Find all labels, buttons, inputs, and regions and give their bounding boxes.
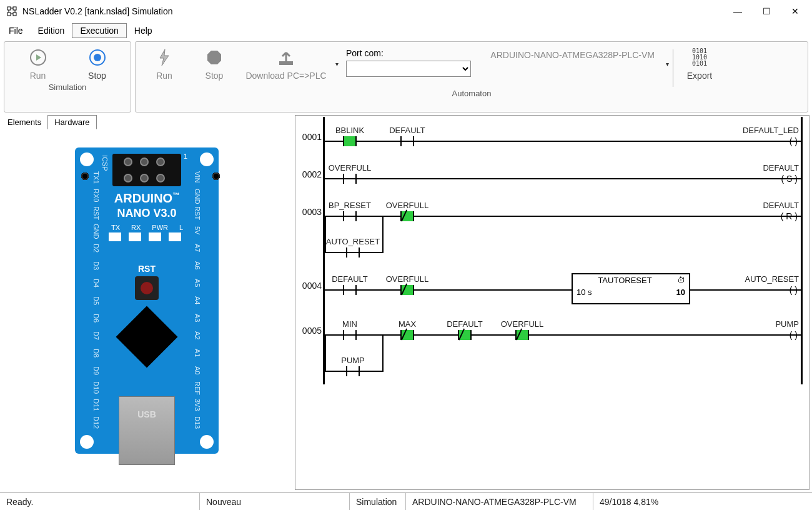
ladder-pane[interactable]: 0001 BBLINKDEFAULTDEFAULT_LED( )0002 OVE…: [295, 115, 810, 490]
octagon-icon: [205, 48, 224, 67]
auto-group-label: Automaton: [136, 87, 808, 101]
tab-elements[interactable]: Elements: [1, 116, 47, 129]
close-button[interactable]: ✕: [781, 0, 810, 22]
sim-stop-button[interactable]: Stop: [67, 46, 127, 81]
arduino-board: ICSP 1 ARDUINO™ NANO V3.0 TXRXPWRL RST: [75, 148, 219, 454]
menu-file[interactable]: File: [1, 24, 31, 38]
status-ready: Ready.: [0, 493, 200, 510]
svg-rect-3: [13, 12, 16, 16]
coil-default_led[interactable]: DEFAULT_LED( ): [730, 126, 799, 146]
coil-default[interactable]: DEFAULT( R ): [730, 201, 799, 221]
contact-bblink[interactable]: BBLINK: [325, 126, 375, 146]
contact-pump[interactable]: PUMP: [325, 356, 381, 376]
binary-icon: 010110100101: [690, 48, 709, 67]
coil-auto_reset[interactable]: AUTO_RESET( ): [730, 274, 799, 295]
port-select[interactable]: [346, 61, 471, 77]
svg-marker-9: [207, 51, 221, 64]
coil-pump[interactable]: PUMP( ): [730, 319, 799, 340]
rung-0002[interactable]: 0002 OVERFULLDEFAULT( S ): [297, 154, 808, 192]
contact-default[interactable]: DEFAULT: [440, 319, 490, 340]
status-mem: 49/1018 4,81%: [593, 493, 665, 510]
ribbon: Run Stop Simulation Run Stop Download PC…: [0, 39, 812, 114]
menu-help[interactable]: Help: [127, 24, 160, 38]
status-mode: Simulation: [350, 493, 406, 510]
svg-rect-1: [13, 7, 16, 10]
rung-number: 0003: [297, 207, 322, 217]
rung-number: 0002: [297, 169, 322, 179]
rung-number: 0004: [297, 281, 322, 291]
download-dropdown[interactable]: ▾: [333, 61, 341, 68]
contact-default[interactable]: DEFAULT: [382, 126, 432, 146]
app-icon: [6, 6, 17, 17]
contact-overfull[interactable]: OVERFULL: [325, 163, 375, 184]
contact-default[interactable]: DEFAULT: [325, 274, 375, 295]
doc-gear-icon: [485, 46, 487, 64]
maximize-button[interactable]: ☐: [752, 0, 781, 22]
minimize-button[interactable]: —: [723, 0, 752, 22]
status-bar: Ready. Nouveau Simulation ARDUINO-NANO-A…: [0, 492, 812, 510]
contact-max[interactable]: MAX: [382, 319, 432, 340]
auto-stop-button[interactable]: Stop: [189, 46, 239, 81]
usb-label: USB: [119, 396, 175, 465]
svg-point-7: [94, 54, 101, 61]
svg-marker-8: [160, 49, 169, 66]
svg-rect-2: [7, 12, 11, 16]
title-bar: NSLadder V0.2 [tank.nslad] Simulation — …: [0, 0, 812, 22]
contact-overfull[interactable]: OVERFULL: [497, 319, 547, 340]
svg-rect-0: [7, 7, 11, 10]
bolt-icon: [155, 48, 174, 67]
window-title: NSLadder V0.2 [tank.nslad] Simulation: [22, 6, 172, 16]
contact-bp_reset[interactable]: BP_RESET: [325, 201, 375, 221]
sim-group-label: Simulation: [4, 81, 131, 95]
svg-rect-10: [279, 61, 293, 65]
menu-bar: File Edition Execution Help: [0, 22, 812, 39]
status-hw: ARDUINO-NANO-ATMEGA328P-PLC-VM: [406, 493, 593, 510]
board-name: ARDUINO: [114, 191, 172, 205]
upload-icon: [277, 48, 295, 67]
auto-run-button[interactable]: Run: [139, 46, 189, 81]
rung-number: 0001: [297, 132, 322, 142]
status-file: Nouveau: [200, 493, 350, 510]
rung-number: 0005: [297, 326, 322, 336]
coil-default[interactable]: DEFAULT( S ): [730, 163, 799, 184]
menu-edition[interactable]: Edition: [31, 24, 72, 38]
rung-0003[interactable]: 0003 BP_RESETOVERFULLDEFAULT( R )AUTO_RE…: [297, 192, 808, 266]
download-button[interactable]: Download PC=>PLC: [239, 46, 333, 81]
contact-auto_reset[interactable]: AUTO_RESET: [325, 237, 381, 258]
rung-0005[interactable]: 0005 MINMAXDEFAULTOVERFULLPUMP( )PUMP: [297, 311, 808, 384]
board-sub: NANO V3.0: [117, 207, 176, 219]
timer-tautoreset[interactable]: TAUTORESET ⏱ 10 s10: [572, 273, 690, 304]
hw-dropdown[interactable]: ▾: [663, 61, 671, 68]
menu-execution[interactable]: Execution: [72, 23, 126, 38]
left-pane: Elements Hardware ICSP 1 ARDUIN: [0, 114, 294, 492]
play-icon: [29, 48, 47, 67]
rung-0001[interactable]: 0001 BBLINKDEFAULTDEFAULT_LED( ): [297, 117, 808, 154]
stop-icon: [88, 48, 107, 67]
contact-overfull[interactable]: OVERFULL: [382, 201, 432, 221]
hw-label: ARDUINO-NANO-ATMEGA328P-PLC-VM: [490, 50, 655, 60]
tab-hardware[interactable]: Hardware: [47, 115, 96, 129]
export-button[interactable]: 010110100101 Export: [675, 46, 725, 81]
contact-overfull[interactable]: OVERFULL: [382, 274, 432, 295]
contact-min[interactable]: MIN: [325, 319, 375, 340]
rung-0004[interactable]: 0004 DEFAULTOVERFULLTAUTORESET ⏱ 10 s10A…: [297, 266, 808, 311]
port-label: Port com:: [346, 48, 471, 58]
svg-marker-5: [36, 54, 41, 61]
sim-run-button[interactable]: Run: [8, 46, 67, 81]
